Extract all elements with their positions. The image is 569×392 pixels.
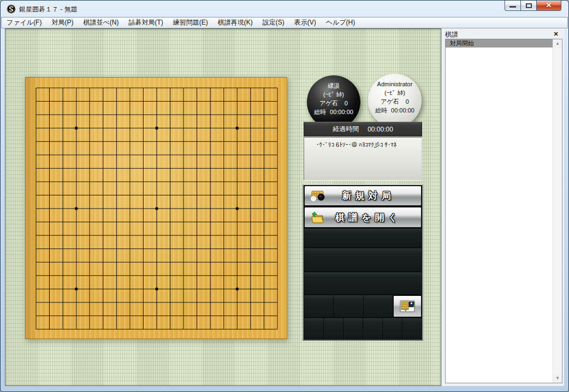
menu-kifu-playback[interactable]: 棋譜再現(K) (213, 17, 258, 28)
kifu-panel-title: 棋譜 (445, 30, 458, 39)
close-button[interactable]: ✕ (536, 1, 561, 11)
panel-slot (402, 318, 422, 339)
white-time-value: 00:00:00 (391, 106, 414, 115)
menu-practice[interactable]: 練習問題(E) (168, 17, 213, 28)
panel-slot (304, 248, 422, 271)
black-captures-value: 0 (345, 99, 348, 108)
menu-bar: ファイル(F) 対局(P) 棋譜並べ(N) 詰碁対局(T) 練習問題(E) 棋譜… (1, 17, 568, 28)
message-box: ･ｳ･ﾟﾘｺ 6ﾄｿｰ･＠ ﾊﾖｺﾏｸ彡ｺ ｻ･ﾏﾈ (304, 137, 422, 181)
elapsed-time-label: 経過時間 (333, 124, 359, 134)
maximize-icon (526, 3, 532, 8)
menu-settings[interactable]: 設定(S) (258, 17, 289, 28)
scroll-down-icon[interactable]: ▼ (553, 374, 562, 383)
black-player-rank: (ｰﾋﾟ ｶﾎ) (307, 90, 360, 99)
app-window: 銀星囲碁１７ - 無題 ✕ ファイル(F) 対局(P) 棋譜並べ(N) 詰碁対局… (0, 0, 569, 392)
control-panel: 新規対局 棋譜を開く (303, 184, 423, 341)
white-time-label: 総時 (375, 106, 387, 115)
elapsed-time-bar: 経過時間 00:00:00 (304, 122, 422, 136)
title-bar[interactable]: 銀星囲碁１７ - 無題 ✕ (1, 1, 568, 17)
panel-slot (334, 295, 363, 317)
minimize-button[interactable] (505, 1, 521, 11)
white-captures-label: アゲ石 (381, 97, 399, 106)
menu-view[interactable]: 表示(V) (289, 17, 321, 28)
panel-slot (364, 295, 393, 317)
kifu-list-scrollbar[interactable]: ▲ ▼ (553, 39, 562, 383)
black-player-badge: 縲汲 (ｰﾋﾟ ｶﾎ) アゲ石 0 総時 00:00:00 (307, 75, 360, 129)
black-time-value: 00:00:00 (330, 108, 353, 116)
window-title: 銀星囲碁１７ - 無題 (19, 5, 78, 14)
elapsed-time-value: 00:00:00 (368, 126, 393, 133)
go-stones-icon (309, 189, 325, 203)
app-logo-icon (7, 4, 16, 14)
new-game-button[interactable]: 新規対局 (304, 186, 422, 206)
panel-slot (304, 272, 422, 294)
black-captures-label: アゲ石 (319, 99, 338, 108)
kifu-panel-close-button[interactable]: ✕ (552, 30, 560, 38)
white-player-name: Administrator (368, 80, 422, 88)
panel-slot (304, 318, 323, 339)
menu-tsumego[interactable]: 詰碁対局(T) (123, 17, 168, 28)
white-captures-value: 0 (406, 97, 409, 106)
tatami-background: 縲汲 (ｰﾋﾟ ｶﾎ) アゲ石 0 総時 00:00:00 Administra… (5, 28, 441, 386)
message-text: ･ｳ･ﾟﾘｺ 6ﾄｿｰ･＠ ﾊﾖｺﾏｸ彡ｺ ｻ･ﾏﾈ (316, 141, 396, 148)
scroll-up-icon[interactable]: ▲ (553, 39, 562, 48)
maximize-button[interactable] (521, 1, 536, 11)
menu-play[interactable]: 対局(P) (46, 17, 78, 28)
open-kifu-label: 棋譜を開く (335, 211, 401, 224)
white-player-badge: Administrator (ｰﾋﾟ ｶﾎ) アゲ石 0 総時 00:00:00 (368, 74, 422, 127)
menu-kifu-replay[interactable]: 棋譜並べ(N) (78, 17, 123, 28)
menu-file[interactable]: ファイル(F) (2, 17, 46, 28)
board-layout-toggle-button[interactable] (393, 295, 422, 317)
panel-slot (383, 318, 402, 339)
new-game-label: 新規対局 (342, 189, 395, 202)
board-panel-icon (399, 299, 416, 313)
client-area: 縲汲 (ｰﾋﾟ ｶﾎ) アゲ石 0 総時 00:00:00 Administra… (5, 28, 564, 386)
close-icon: ✕ (537, 1, 561, 10)
panel-slot (363, 318, 382, 339)
white-player-rank: (ｰﾋﾟ ｶﾎ) (368, 88, 422, 97)
kifu-list-item[interactable]: 対局開始 (446, 39, 553, 47)
open-folder-icon (309, 210, 325, 225)
minimize-icon (509, 6, 516, 8)
go-board[interactable] (25, 77, 287, 339)
board-grid (26, 78, 288, 340)
panel-slot (304, 229, 422, 247)
black-time-label: 総時 (314, 108, 326, 116)
open-kifu-button[interactable]: 棋譜を開く (304, 207, 422, 228)
panel-slot (304, 295, 333, 317)
black-player-name: 縲汲 (307, 81, 360, 90)
window-controls: ✕ (505, 1, 561, 11)
kifu-move-list[interactable]: 対局開始 ▲ ▼ (445, 39, 562, 383)
kifu-dock-panel: 棋譜 ✕ 対局開始 ▲ ▼ (441, 28, 564, 386)
panel-slot (343, 318, 363, 339)
menu-help[interactable]: ヘルプ(H) (321, 17, 360, 28)
panel-slot (324, 318, 343, 339)
